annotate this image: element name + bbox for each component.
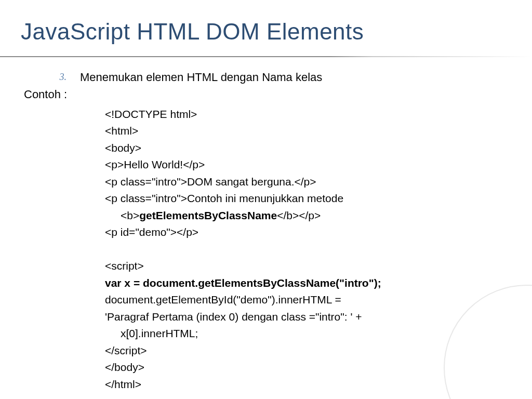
code-text: </b></p> bbox=[277, 209, 321, 221]
code-line: <script> bbox=[105, 258, 502, 275]
code-line: x[0].innerHTML; bbox=[105, 325, 502, 342]
code-line: <!DOCTYPE html> bbox=[105, 106, 502, 123]
code-line: <p id="demo"></p> bbox=[105, 224, 502, 241]
blank-line bbox=[105, 241, 502, 258]
code-line: <p class="intro">DOM sangat berguna.</p> bbox=[105, 174, 502, 191]
code-line: </script> bbox=[105, 342, 502, 360]
code-line: var x = document.getElementsByClassName(… bbox=[105, 275, 502, 292]
code-line: </html> bbox=[105, 376, 502, 393]
code-line: <html> bbox=[105, 123, 502, 140]
code-line: document.getElementById("demo").innerHTM… bbox=[105, 291, 502, 309]
code-line: <b>getElementsByClassName</b></p> bbox=[105, 207, 502, 224]
slide: JavaScript HTML DOM Elements 3. Menemuka… bbox=[0, 0, 532, 399]
code-block: <!DOCTYPE html> <html> <body> <p>Hello W… bbox=[105, 106, 502, 393]
slide-title: JavaScript HTML DOM Elements bbox=[0, 19, 532, 45]
code-text: <b> bbox=[121, 209, 139, 221]
list-item: 3. Menemukan elemen HTML dengan Nama kel… bbox=[24, 70, 502, 86]
code-line: <p>Hello World!</p> bbox=[105, 156, 502, 174]
code-line: </body> bbox=[105, 359, 502, 376]
code-line: 'Paragraf Pertama (index 0) dengan class… bbox=[105, 309, 502, 326]
code-line: <body> bbox=[105, 140, 502, 157]
slide-content: 3. Menemukan elemen HTML dengan Nama kel… bbox=[24, 70, 502, 393]
title-underline bbox=[0, 56, 532, 57]
list-number: 3. bbox=[24, 70, 80, 83]
list-heading: Menemukan elemen HTML dengan Nama kelas bbox=[80, 70, 322, 86]
code-bold: getElementsByClassName bbox=[139, 209, 277, 221]
example-label: Contoh : bbox=[24, 87, 502, 103]
code-line: <p class="intro">Contoh ini menunjukkan … bbox=[105, 190, 502, 207]
